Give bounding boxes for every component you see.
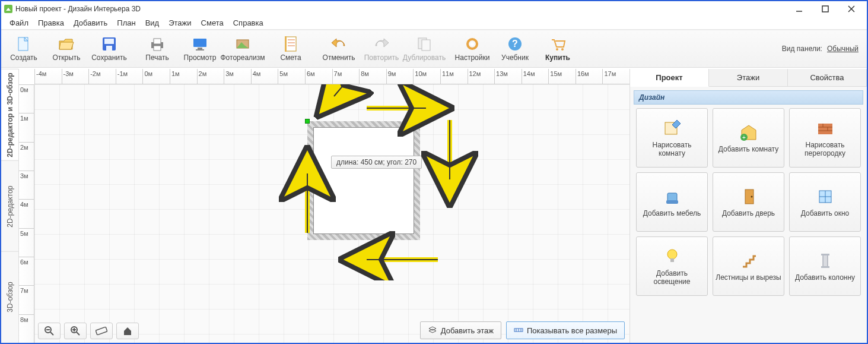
tb-settings[interactable]: Настройки — [451, 30, 494, 67]
canvas[interactable]: длина: 450 см; угол: 270 1 2 — [34, 84, 629, 343]
tb-print[interactable]: Печать — [136, 30, 179, 67]
ruler-h-unit: 2м — [197, 69, 224, 84]
side-tab-both[interactable]: 2D-редактор и 3D-обзор — [1, 69, 18, 160]
panel-btn-add-room[interactable]: +Добавить комнату — [713, 108, 784, 168]
menu-file[interactable]: Файл — [5, 17, 33, 29]
ruler-h-unit: 12м — [468, 69, 495, 84]
maximize-button[interactable] — [812, 1, 838, 17]
panel-btn-add-light[interactable]: Добавить освещение — [636, 236, 708, 296]
svg-rect-2 — [822, 6, 828, 12]
svg-line-43 — [50, 332, 53, 335]
ruler-h-unit: 15м — [548, 69, 576, 84]
menu-view[interactable]: Вид — [141, 17, 164, 29]
panel-btn-add-door[interactable]: Добавить дверь — [713, 172, 784, 232]
svg-rect-57 — [818, 124, 832, 134]
panel-btn-add-furniture[interactable]: Добавить мебель — [636, 172, 708, 232]
save-icon — [101, 36, 117, 52]
menu-floors[interactable]: Этажи — [164, 17, 196, 29]
drag-handle[interactable] — [305, 119, 310, 124]
panel-btn-stairs[interactable]: Лестницы и вырезы — [713, 236, 784, 296]
ruler-v-unit: 0м — [19, 84, 34, 113]
tb-render-label: Фотореализм — [220, 53, 265, 62]
ruler-h-unit: 5м — [278, 69, 305, 84]
canvas-area: -4м -3м -2м -1м 0м 1м 2м 3м 4м 5м 6м 7м … — [19, 69, 629, 343]
tb-redo: Повторить — [360, 30, 403, 67]
tb-duplicate-label: Дублировать — [403, 53, 446, 62]
measure-button[interactable] — [90, 323, 113, 339]
zoom-in-button[interactable] — [64, 323, 87, 339]
menu-edit[interactable]: Правка — [33, 17, 69, 29]
ruler-h-unit: 6м — [305, 69, 332, 84]
show-sizes-button[interactable]: Показывать все размеры — [506, 321, 625, 339]
panel-tab-props[interactable]: Свойства — [788, 69, 867, 86]
ruler-h-unit: 7м — [332, 69, 360, 84]
menubar: Файл Правка Добавить План Вид Этажи Смет… — [1, 17, 867, 30]
side-tabs: 2D-редактор и 3D-обзор 2D-редактор 3D-об… — [1, 69, 19, 343]
help-icon: ? — [507, 36, 523, 52]
tb-open[interactable]: Открыть — [45, 30, 88, 67]
panel-btn-label: Добавить колонну — [795, 273, 855, 282]
home-button[interactable] — [116, 323, 139, 339]
menu-estimate[interactable]: Смета — [196, 17, 228, 29]
svg-rect-12 — [154, 46, 161, 51]
right-panel: Проект Этажи Свойства Дизайн Нарисовать … — [629, 69, 867, 343]
minimize-button[interactable] — [786, 1, 812, 17]
tb-duplicate: Дублировать — [403, 30, 446, 67]
panel-btn-draw-wall[interactable]: Нарисовать перегородку — [789, 108, 861, 168]
ruler-h-unit: 1м — [170, 69, 197, 84]
tb-open-label: Открыть — [52, 53, 80, 62]
cart-icon — [549, 36, 566, 52]
window-title: Новый проект - Дизайн Интерьера 3D — [15, 5, 786, 13]
side-tab-editor[interactable]: 2D-редактор — [1, 160, 18, 252]
svg-rect-11 — [154, 39, 161, 44]
svg-rect-18 — [285, 36, 287, 52]
menu-plan[interactable]: План — [112, 17, 140, 29]
ruler-h-unit: -3м — [62, 69, 89, 84]
room-shape[interactable] — [307, 121, 420, 240]
measurement-tooltip: длина: 450 см; угол: 270 — [331, 156, 422, 169]
show-sizes-label: Показывать все размеры — [527, 326, 617, 335]
tb-estimate[interactable]: Смета — [269, 30, 312, 67]
panel-btn-add-column[interactable]: Добавить колонну — [789, 236, 861, 296]
svg-rect-70 — [670, 258, 674, 262]
column-icon — [815, 251, 835, 271]
svg-line-32 — [334, 84, 414, 96]
ruler-h-unit: 8м — [359, 69, 386, 84]
redo-icon — [373, 36, 390, 52]
side-tab-3d[interactable]: 3D-обзор — [1, 251, 18, 343]
menu-add[interactable]: Добавить — [69, 17, 112, 29]
tb-help[interactable]: ?Учебник — [494, 30, 536, 67]
panel-btn-add-window[interactable]: Добавить окно — [789, 172, 861, 232]
zoom-out-button[interactable] — [38, 323, 61, 339]
tb-undo[interactable]: Отменить — [317, 30, 360, 67]
svg-text:?: ? — [512, 39, 518, 49]
tb-buy[interactable]: Купить — [536, 30, 579, 67]
undo-icon — [330, 36, 347, 52]
ruler-h-unit: 16м — [576, 69, 603, 84]
panel-tab-project[interactable]: Проект — [630, 69, 709, 87]
close-button[interactable] — [838, 1, 864, 17]
tb-render[interactable]: Фотореализм — [221, 30, 264, 67]
panel-view-toggle[interactable]: Обычный — [825, 43, 861, 54]
ruler-v-unit: 1м — [19, 113, 34, 141]
add-floor-button[interactable]: Добавить этаж — [420, 321, 501, 339]
tb-view[interactable]: Просмотр — [179, 30, 221, 67]
ruler-v-unit: 6м — [19, 257, 34, 285]
window: Новый проект - Дизайн Интерьера 3D Файл … — [0, 0, 868, 344]
svg-rect-72 — [821, 254, 829, 255]
panel-btn-label: Нарисовать перегородку — [792, 141, 858, 157]
svg-line-33 — [334, 84, 414, 96]
tb-new-label: Создать — [10, 53, 37, 62]
tb-view-label: Просмотр — [184, 53, 217, 62]
tb-new[interactable]: Создать — [2, 30, 45, 67]
panel-tab-floors[interactable]: Этажи — [709, 69, 788, 86]
ruler-icon — [514, 325, 523, 336]
panel-btn-draw-room[interactable]: Нарисовать комнату — [636, 108, 708, 168]
printer-icon — [149, 36, 166, 52]
panel-tabs: Проект Этажи Свойства — [630, 69, 867, 87]
tb-estimate-label: Смета — [280, 53, 301, 62]
svg-point-69 — [667, 250, 677, 259]
menu-help[interactable]: Справка — [228, 17, 268, 29]
svg-rect-71 — [823, 255, 828, 267]
tb-save[interactable]: Сохранить — [88, 30, 131, 67]
